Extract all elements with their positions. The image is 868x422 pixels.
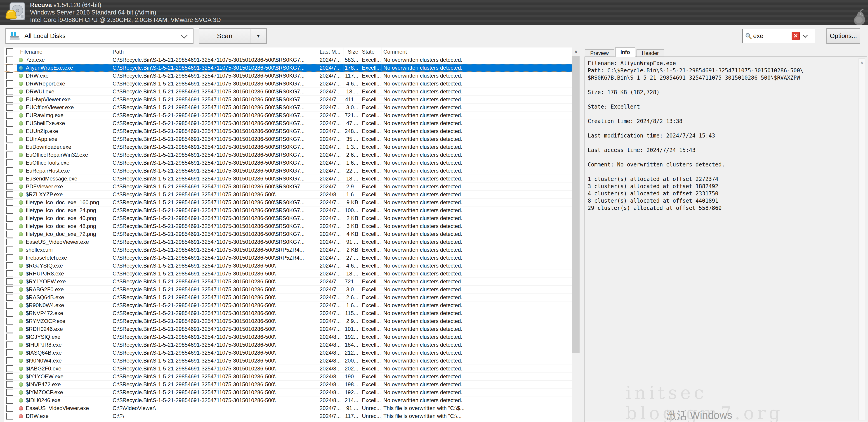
- table-row[interactable]: $IABG2F0.exe C:\$Recycle.Bin\S-1-5-21-29…: [4, 365, 572, 373]
- table-row[interactable]: $RDH0246.exe C:\$Recycle.Bin\S-1-5-21-29…: [4, 325, 572, 333]
- scroll-up-icon[interactable]: ∧: [572, 48, 580, 56]
- table-row[interactable]: EUHwpViewer.exe C:\$Recycle.Bin\S-1-5-21…: [4, 96, 572, 103]
- table-row[interactable]: filetype_ico_doc_exe_72.png C:\$Recycle.…: [4, 230, 572, 238]
- table-row[interactable]: filetype_ico_doc_exe_160.png C:\$Recycle…: [4, 199, 572, 207]
- row-checkbox[interactable]: [6, 88, 13, 95]
- row-checkbox[interactable]: [6, 223, 13, 230]
- column-header-state[interactable]: State: [360, 48, 382, 56]
- info-scroll-up-icon[interactable]: ∧: [859, 59, 865, 67]
- row-checkbox[interactable]: [6, 365, 13, 372]
- table-row[interactable]: 7za.exe C:\$Recycle.Bin\S-1-5-21-2985469…: [4, 56, 572, 64]
- row-checkbox[interactable]: [6, 120, 13, 127]
- table-row[interactable]: DRWUI.exe C:\$Recycle.Bin\S-1-5-21-29854…: [4, 88, 572, 96]
- table-row[interactable]: filetype_ico_doc_exe_40.png C:\$Recycle.…: [4, 214, 572, 222]
- tab-info[interactable]: Info: [615, 48, 635, 57]
- table-row[interactable]: EUShellExe.exe C:\$Recycle.Bin\S-1-5-21-…: [4, 119, 572, 127]
- row-checkbox[interactable]: [6, 239, 13, 245]
- row-checkbox[interactable]: [6, 80, 13, 87]
- row-checkbox[interactable]: [6, 326, 13, 332]
- row-checkbox[interactable]: [6, 96, 13, 103]
- row-checkbox[interactable]: [6, 381, 13, 388]
- row-checkbox[interactable]: [6, 183, 13, 190]
- row-checkbox[interactable]: [6, 286, 13, 293]
- row-checkbox[interactable]: [6, 112, 13, 119]
- column-header-comment[interactable]: Comment: [382, 48, 572, 56]
- row-checkbox[interactable]: [6, 159, 13, 166]
- drive-selector[interactable]: All Local Disks: [5, 28, 193, 43]
- table-row[interactable]: EURawImg.exe C:\$Recycle.Bin\S-1-5-21-29…: [4, 112, 572, 119]
- row-checkbox[interactable]: [6, 373, 13, 380]
- row-checkbox[interactable]: [6, 357, 13, 364]
- list-scrollbar[interactable]: ∧: [572, 48, 580, 422]
- row-checkbox[interactable]: [6, 318, 13, 325]
- table-row[interactable]: $RABG2F0.exe C:\$Recycle.Bin\S-1-5-21-29…: [4, 285, 572, 294]
- row-checkbox[interactable]: [6, 215, 13, 222]
- table-row[interactable]: $IASQ64B.exe C:\$Recycle.Bin\S-1-5-21-29…: [4, 349, 572, 357]
- row-checkbox[interactable]: [6, 128, 13, 134]
- column-header-path[interactable]: Path: [111, 48, 317, 56]
- row-checkbox[interactable]: [6, 57, 13, 63]
- row-checkbox[interactable]: [6, 168, 13, 174]
- table-row[interactable]: $RNVP472.exe C:\$Recycle.Bin\S-1-5-21-29…: [4, 309, 572, 317]
- row-checkbox[interactable]: [6, 72, 13, 79]
- row-checkbox[interactable]: [6, 246, 13, 253]
- table-row[interactable]: DRWReport.exe C:\$Recycle.Bin\S-1-5-21-2…: [4, 80, 572, 88]
- table-row[interactable]: $RASQ64B.exe C:\$Recycle.Bin\S-1-5-21-29…: [4, 294, 572, 301]
- table-row[interactable]: $IDH0246.exe C:\$Recycle.Bin\S-1-5-21-29…: [4, 396, 572, 404]
- row-checkbox[interactable]: [6, 397, 13, 404]
- row-checkbox[interactable]: [6, 191, 13, 198]
- table-row[interactable]: $RZLXYZP.exe C:\$Recycle.Bin\S-1-5-21-29…: [4, 191, 572, 199]
- table-row[interactable]: $I90N0W4.exe C:\$Recycle.Bin\S-1-5-21-29…: [4, 357, 572, 365]
- scrollbar-thumb[interactable]: [572, 56, 580, 353]
- table-row[interactable]: EUOfficeViewer.exe C:\$Recycle.Bin\S-1-5…: [4, 103, 572, 112]
- row-checkbox[interactable]: [6, 104, 13, 111]
- row-checkbox[interactable]: [6, 152, 13, 158]
- table-row[interactable]: $RHUPJR8.exe C:\$Recycle.Bin\S-1-5-21-29…: [4, 270, 572, 278]
- row-checkbox[interactable]: [6, 270, 13, 277]
- column-header-filename[interactable]: Filename: [17, 48, 111, 56]
- table-row[interactable]: DRW.exe C:\$Recycle.Bin\S-1-5-21-2985469…: [4, 72, 572, 80]
- table-row[interactable]: $IY1YOEW.exe C:\$Recycle.Bin\S-1-5-21-29…: [4, 373, 572, 381]
- row-checkbox[interactable]: [6, 262, 13, 269]
- row-checkbox[interactable]: [6, 341, 13, 348]
- row-checkbox[interactable]: [6, 199, 13, 206]
- table-row[interactable]: EuOfficeTools.exe C:\$Recycle.Bin\S-1-5-…: [4, 159, 572, 167]
- table-row[interactable]: $IGJYSIQ.exe C:\$Recycle.Bin\S-1-5-21-29…: [4, 333, 572, 341]
- row-checkbox[interactable]: [6, 231, 13, 238]
- header-checkbox[interactable]: [6, 49, 13, 55]
- column-header-modified[interactable]: Last M...: [317, 48, 344, 56]
- row-checkbox[interactable]: [6, 207, 13, 214]
- row-checkbox[interactable]: [6, 175, 13, 182]
- scan-button[interactable]: Scan: [199, 29, 250, 43]
- table-row[interactable]: firebasefetch.exe C:\$Recycle.Bin\S-1-5-…: [4, 254, 572, 262]
- table-row[interactable]: shellexe.ini C:\$Recycle.Bin\S-1-5-21-29…: [4, 246, 572, 254]
- header-select-all[interactable]: [4, 48, 17, 56]
- table-row[interactable]: $RY1YOEW.exe C:\$Recycle.Bin\S-1-5-21-29…: [4, 278, 572, 285]
- table-row[interactable]: AliyunWrapExe.exe C:\$Recycle.Bin\S-1-5-…: [4, 64, 572, 72]
- row-checkbox[interactable]: [6, 278, 13, 285]
- table-row[interactable]: EUinApp.exe C:\$Recycle.Bin\S-1-5-21-298…: [4, 135, 572, 143]
- table-row[interactable]: $IYMZOCP.exe C:\$Recycle.Bin\S-1-5-21-29…: [4, 389, 572, 396]
- row-checkbox[interactable]: [6, 334, 13, 340]
- row-checkbox[interactable]: [6, 302, 13, 309]
- table-row[interactable]: EaseUS_VideoViewer.exe C:\?\VideoViewer\…: [4, 404, 572, 412]
- table-row[interactable]: filetype_ico_doc_exe_24.png C:\$Recycle.…: [4, 207, 572, 214]
- options-button[interactable]: Options...: [827, 28, 860, 43]
- table-row[interactable]: filetype_ico_doc_exe_48.png C:\$Recycle.…: [4, 222, 572, 230]
- table-row[interactable]: $R90N0W4.exe C:\$Recycle.Bin\S-1-5-21-29…: [4, 301, 572, 309]
- row-checkbox[interactable]: [6, 254, 13, 261]
- table-row[interactable]: $RGJYSIQ.exe C:\$Recycle.Bin\S-1-5-21-29…: [4, 262, 572, 270]
- table-row[interactable]: $INVP472.exe C:\$Recycle.Bin\S-1-5-21-29…: [4, 381, 572, 389]
- table-row[interactable]: EuSendMessage.exe C:\$Recycle.Bin\S-1-5-…: [4, 175, 572, 183]
- tab-preview[interactable]: Preview: [585, 49, 614, 57]
- column-header-size[interactable]: Size: [344, 48, 360, 56]
- table-row[interactable]: EaseUS_VideoViewer.exe C:\$Recycle.Bin\S…: [4, 238, 572, 246]
- table-row[interactable]: DRW.exe C:\?\ 2024/7... 117... Unrec... …: [4, 412, 572, 420]
- row-checkbox[interactable]: [6, 144, 13, 150]
- table-row[interactable]: EuRepairHost.exe C:\$Recycle.Bin\S-1-5-2…: [4, 167, 572, 175]
- row-checkbox[interactable]: [6, 405, 13, 412]
- search-input[interactable]: [753, 32, 792, 39]
- row-checkbox[interactable]: [6, 294, 13, 301]
- table-row[interactable]: $RYMZOCP.exe C:\$Recycle.Bin\S-1-5-21-29…: [4, 317, 572, 325]
- table-row[interactable]: EuDownloader.exe C:\$Recycle.Bin\S-1-5-2…: [4, 143, 572, 151]
